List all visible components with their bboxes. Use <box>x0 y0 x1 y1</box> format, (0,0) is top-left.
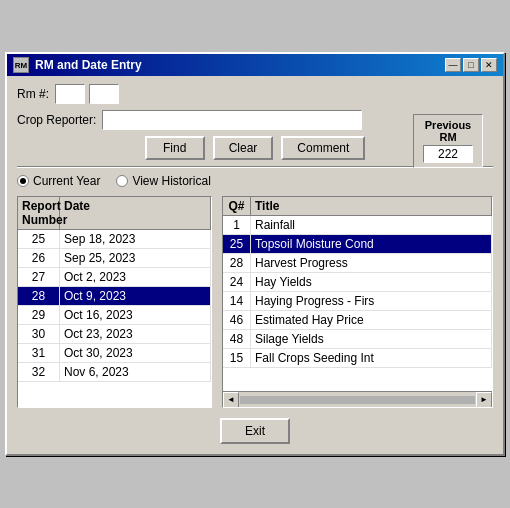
window-title: RM and Date Entry <box>35 58 439 72</box>
left-table-container: ReportNumber Date 25 Sep 18, 2023 26 Sep… <box>17 196 212 408</box>
table-row[interactable]: 14 Haying Progress - Firs <box>223 292 492 311</box>
table-row[interactable]: 28 Harvest Progress <box>223 254 492 273</box>
title-cell: Estimated Hay Price <box>251 311 492 329</box>
q-cell: 25 <box>223 235 251 253</box>
right-table-inner: Q# Title 1 Rainfall 25 Topsoil Moisture … <box>223 197 492 407</box>
previous-rm-label: PreviousRM <box>418 119 478 143</box>
right-header-title: Title <box>251 197 492 215</box>
report-number-cell: 29 <box>18 306 60 324</box>
date-cell: Nov 6, 2023 <box>60 363 211 381</box>
table-row[interactable]: 27 Oct 2, 2023 <box>18 268 211 287</box>
table-row-selected[interactable]: 25 Topsoil Moisture Cond <box>223 235 492 254</box>
q-cell: 48 <box>223 330 251 348</box>
top-section: Rm #: Crop Reporter: PreviousRM 222 <box>17 84 493 130</box>
find-button[interactable]: Find <box>145 136 205 160</box>
date-cell: Oct 30, 2023 <box>60 344 211 362</box>
horizontal-scrollbar[interactable]: ◄ ► <box>223 391 492 407</box>
report-number-cell: 27 <box>18 268 60 286</box>
q-cell: 28 <box>223 254 251 272</box>
left-header-date: Date <box>60 197 211 229</box>
report-number-cell: 28 <box>18 287 60 305</box>
window-icon: RM <box>13 57 29 73</box>
scroll-left-button[interactable]: ◄ <box>223 392 239 408</box>
rm-input-2[interactable] <box>89 84 119 104</box>
date-cell: Sep 25, 2023 <box>60 249 211 267</box>
rm-row: Rm #: <box>17 84 493 104</box>
table-row[interactable]: 46 Estimated Hay Price <box>223 311 492 330</box>
left-header-report: ReportNumber <box>18 197 60 229</box>
previous-rm-value: 222 <box>423 145 473 163</box>
q-cell: 1 <box>223 216 251 234</box>
tables-row: ReportNumber Date 25 Sep 18, 2023 26 Sep… <box>17 196 493 408</box>
table-row-selected[interactable]: 28 Oct 9, 2023 <box>18 287 211 306</box>
rm-input-1[interactable] <box>55 84 85 104</box>
report-number-cell: 26 <box>18 249 60 267</box>
table-row[interactable]: 25 Sep 18, 2023 <box>18 230 211 249</box>
exit-button[interactable]: Exit <box>220 418 290 444</box>
table-row[interactable]: 1 Rainfall <box>223 216 492 235</box>
table-row[interactable]: 32 Nov 6, 2023 <box>18 363 211 382</box>
left-table-inner: ReportNumber Date 25 Sep 18, 2023 26 Sep… <box>18 197 211 405</box>
current-year-radio[interactable]: Current Year <box>17 174 100 188</box>
title-cell: Rainfall <box>251 216 492 234</box>
table-row[interactable]: 15 Fall Crops Seeding Int <box>223 349 492 368</box>
left-table-header: ReportNumber Date <box>18 197 211 230</box>
q-cell: 14 <box>223 292 251 310</box>
date-cell: Oct 23, 2023 <box>60 325 211 343</box>
crop-reporter-input[interactable] <box>102 110 362 130</box>
right-table-body[interactable]: 1 Rainfall 25 Topsoil Moisture Cond 28 H… <box>223 216 492 391</box>
date-cell: Sep 18, 2023 <box>60 230 211 248</box>
current-year-label: Current Year <box>33 174 100 188</box>
scroll-track[interactable] <box>240 396 475 404</box>
q-cell: 15 <box>223 349 251 367</box>
exit-row: Exit <box>17 418 493 444</box>
left-table-body[interactable]: 25 Sep 18, 2023 26 Sep 25, 2023 27 Oct 2… <box>18 230 211 405</box>
date-cell: Oct 16, 2023 <box>60 306 211 324</box>
date-cell: Oct 2, 2023 <box>60 268 211 286</box>
crop-reporter-label: Crop Reporter: <box>17 113 96 127</box>
close-button[interactable]: ✕ <box>481 58 497 72</box>
table-row[interactable]: 24 Hay Yields <box>223 273 492 292</box>
table-row[interactable]: 30 Oct 23, 2023 <box>18 325 211 344</box>
table-row[interactable]: 29 Oct 16, 2023 <box>18 306 211 325</box>
right-table-container: Q# Title 1 Rainfall 25 Topsoil Moisture … <box>222 196 493 408</box>
report-number-cell: 31 <box>18 344 60 362</box>
window-content: Rm #: Crop Reporter: PreviousRM 222 Find… <box>7 76 503 454</box>
scroll-right-button[interactable]: ► <box>476 392 492 408</box>
title-cell: Fall Crops Seeding Int <box>251 349 492 367</box>
current-year-radio-dot <box>17 175 29 187</box>
comment-button[interactable]: Comment <box>281 136 365 160</box>
title-cell: Harvest Progress <box>251 254 492 272</box>
right-header-q: Q# <box>223 197 251 215</box>
minimize-button[interactable]: — <box>445 58 461 72</box>
title-bar-buttons: — □ ✕ <box>445 58 497 72</box>
report-number-cell: 32 <box>18 363 60 381</box>
title-cell: Topsoil Moisture Cond <box>251 235 492 253</box>
view-historical-radio[interactable]: View Historical <box>116 174 210 188</box>
view-historical-label: View Historical <box>132 174 210 188</box>
title-cell: Hay Yields <box>251 273 492 291</box>
right-table-header: Q# Title <box>223 197 492 216</box>
previous-rm-box: PreviousRM 222 <box>413 114 483 168</box>
restore-button[interactable]: □ <box>463 58 479 72</box>
title-cell: Haying Progress - Firs <box>251 292 492 310</box>
date-cell: Oct 9, 2023 <box>60 287 211 305</box>
report-number-cell: 30 <box>18 325 60 343</box>
main-window: RM RM and Date Entry — □ ✕ Rm #: Crop Re… <box>5 52 505 456</box>
rm-inputs <box>55 84 119 104</box>
report-number-cell: 25 <box>18 230 60 248</box>
view-historical-radio-dot <box>116 175 128 187</box>
rm-label: Rm #: <box>17 87 49 101</box>
title-bar: RM RM and Date Entry — □ ✕ <box>7 54 503 76</box>
title-cell: Silage Yields <box>251 330 492 348</box>
q-cell: 24 <box>223 273 251 291</box>
radio-row: Current Year View Historical <box>17 174 493 188</box>
table-row[interactable]: 48 Silage Yields <box>223 330 492 349</box>
clear-button[interactable]: Clear <box>213 136 274 160</box>
table-row[interactable]: 26 Sep 25, 2023 <box>18 249 211 268</box>
q-cell: 46 <box>223 311 251 329</box>
table-row[interactable]: 31 Oct 30, 2023 <box>18 344 211 363</box>
